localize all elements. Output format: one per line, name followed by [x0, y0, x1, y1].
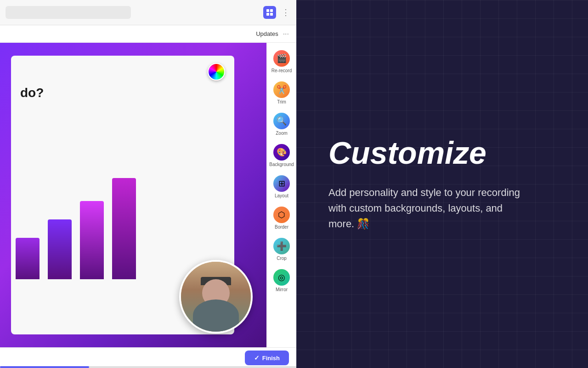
question-text: do? — [20, 86, 44, 100]
main-content: do? 🎬Re-record✂️Trim🔍Zoom🎨Background⊞Lay… — [0, 43, 296, 347]
re-record-icon: 🎬 — [273, 50, 290, 67]
updates-label: Updates — [256, 30, 278, 37]
customize-title: Customize — [328, 136, 556, 170]
crop-label: Crop — [277, 256, 287, 261]
preview-area: do? — [0, 43, 266, 347]
color-picker-icon[interactable] — [208, 63, 225, 80]
progress-strip — [0, 366, 296, 368]
border-icon: ⬡ — [273, 207, 290, 223]
toolbar-item-border[interactable]: ⬡Border — [269, 203, 294, 233]
toolbar-item-layout[interactable]: ⊞Layout — [269, 172, 294, 202]
bar-1 — [48, 219, 72, 279]
finish-label: Finish — [262, 355, 280, 362]
layout-label: Layout — [275, 193, 288, 198]
top-bar: Updates ··· — [0, 25, 296, 43]
background-icon: 🎨 — [273, 144, 290, 161]
toolbar-item-background[interactable]: 🎨Background — [269, 140, 294, 171]
bottom-bar: ✓ Finish — [0, 347, 296, 368]
right-content: Customize Add personality and style to y… — [328, 136, 556, 232]
url-bar — [6, 6, 131, 19]
zoom-icon: 🔍 — [273, 113, 290, 129]
check-icon: ✓ — [254, 354, 260, 362]
svg-rect-3 — [270, 13, 273, 16]
person-body — [193, 299, 239, 332]
svg-rect-2 — [266, 13, 269, 16]
zoom-label: Zoom — [276, 131, 288, 136]
webcam-circle — [179, 260, 253, 334]
toolbar-item-crop[interactable]: ➕Crop — [269, 234, 294, 264]
bar-3 — [112, 178, 136, 279]
bar-0 — [16, 238, 40, 279]
background-label: Background — [269, 162, 294, 167]
progress-fill — [0, 366, 89, 368]
border-label: Border — [275, 224, 288, 230]
browser-chrome: ⋮ — [0, 0, 296, 25]
right-toolbar: 🎬Re-record✂️Trim🔍Zoom🎨Background⊞Layout⬡… — [266, 43, 296, 347]
trim-icon: ✂️ — [273, 81, 290, 98]
finish-button[interactable]: ✓ Finish — [245, 351, 289, 365]
layout-icon: ⊞ — [273, 175, 290, 192]
svg-rect-0 — [266, 9, 269, 12]
crop-icon: ➕ — [273, 238, 290, 254]
top-bar-more-icon[interactable]: ··· — [283, 30, 289, 38]
toolbar-item-trim[interactable]: ✂️Trim — [269, 78, 294, 108]
bar-chart — [16, 196, 136, 279]
trim-label: Trim — [277, 99, 286, 104]
customize-description: Add personality and style to your record… — [328, 185, 521, 232]
webcam-person — [181, 262, 251, 332]
browser-icon-btn[interactable] — [263, 6, 276, 19]
re-record-label: Re-record — [271, 68, 292, 73]
toolbar-item-zoom[interactable]: 🔍Zoom — [269, 109, 294, 139]
left-panel: ⋮ Updates ··· do? — [0, 0, 296, 368]
bar-2 — [80, 201, 104, 279]
toolbar-item-mirror[interactable]: ◎Mirror — [269, 265, 294, 296]
browser-more-icon[interactable]: ⋮ — [282, 7, 291, 17]
right-panel: Customize Add personality and style to y… — [296, 0, 588, 368]
mirror-icon: ◎ — [273, 269, 290, 286]
mirror-label: Mirror — [276, 287, 288, 292]
toolbar-item-re-record[interactable]: 🎬Re-record — [269, 46, 294, 77]
svg-rect-1 — [270, 9, 273, 12]
